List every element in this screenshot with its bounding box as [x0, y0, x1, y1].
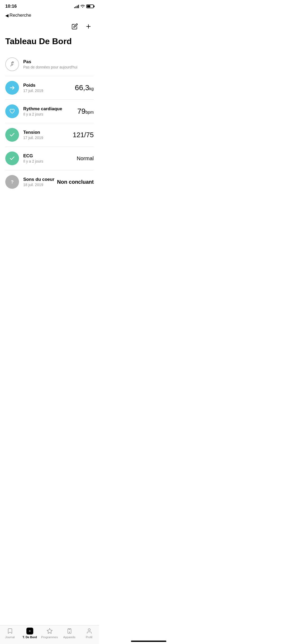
sons-name: Sons du coeur [23, 177, 57, 182]
header-actions [0, 20, 99, 34]
svg-point-2 [12, 62, 13, 63]
pas-name: Pas [23, 59, 94, 65]
tension-icon [5, 128, 19, 142]
ecg-info: ECG Il y a 2 jours [23, 153, 77, 163]
wifi-icon [81, 4, 85, 8]
sons-icon: ? [5, 175, 19, 189]
sons-info: Sons du coeur 18 juil. 2019 [23, 177, 57, 187]
ecg-name: ECG [23, 153, 77, 159]
tension-info: Tension 17 juil. 2019 [23, 130, 73, 140]
page-title-container: Tableau De Bord [0, 34, 99, 53]
list-item[interactable]: ? Sons du coeur 18 juil. 2019 Non conclu… [5, 170, 94, 194]
tension-value: 121/75 [73, 131, 94, 139]
status-icons [74, 4, 94, 8]
nav-bar: ◀ Recherche [0, 12, 99, 20]
pas-icon [5, 57, 19, 71]
list-item[interactable]: Pas Pas de données pour aujourd'hui [5, 53, 94, 76]
rythme-value: 79bpm [77, 107, 94, 116]
page-title: Tableau De Bord [5, 36, 94, 46]
rythme-icon [5, 104, 19, 118]
list-item[interactable]: Tension 17 juil. 2019 121/75 [5, 123, 94, 147]
pas-info: Pas Pas de données pour aujourd'hui [23, 59, 94, 69]
poids-name: Poids [23, 83, 75, 88]
status-time: 10:16 [5, 4, 17, 9]
svg-text:?: ? [11, 180, 13, 185]
back-label: Recherche [10, 13, 31, 18]
ecg-value: Normal [77, 155, 94, 162]
sons-date: 18 juil. 2019 [23, 183, 57, 187]
list-item[interactable]: Poids 17 juil. 2019 66,3kg [5, 76, 94, 100]
list-item[interactable]: Rythme cardiaque Il y a 2 jours 79bpm [5, 100, 94, 123]
health-list: Pas Pas de données pour aujourd'hui Poid… [0, 53, 99, 194]
battery-icon [86, 4, 94, 8]
signal-icon [74, 4, 79, 8]
back-arrow-icon: ◀ [5, 13, 8, 18]
poids-info: Poids 17 juil. 2019 [23, 83, 75, 93]
tension-date: 17 juil. 2019 [23, 136, 73, 140]
list-item[interactable]: ECG Il y a 2 jours Normal [5, 147, 94, 170]
tension-name: Tension [23, 130, 73, 135]
rythme-date: Il y a 2 jours [23, 112, 77, 116]
add-button[interactable] [84, 22, 93, 32]
pas-date: Pas de données pour aujourd'hui [23, 65, 94, 69]
poids-icon [5, 81, 19, 95]
rythme-name: Rythme cardiaque [23, 106, 77, 112]
back-button[interactable]: ◀ Recherche [5, 13, 31, 18]
poids-value: 66,3kg [75, 84, 94, 92]
sons-value: Non concluant [57, 179, 94, 185]
rythme-info: Rythme cardiaque Il y a 2 jours [23, 106, 77, 116]
ecg-date: Il y a 2 jours [23, 159, 77, 163]
status-bar: 10:16 [0, 0, 99, 12]
ecg-icon [5, 151, 19, 165]
poids-date: 17 juil. 2019 [23, 89, 75, 93]
edit-button[interactable] [70, 22, 79, 32]
